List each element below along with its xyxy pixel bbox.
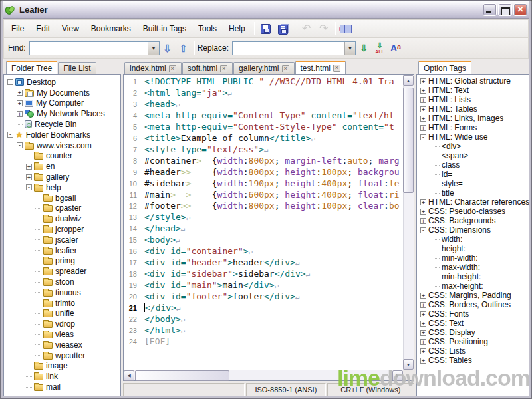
- tree-item-desktop[interactable]: -Desktop: [6, 77, 120, 88]
- menu-file[interactable]: File: [5, 21, 30, 36]
- replace-next-button[interactable]: ⇩: [356, 40, 372, 56]
- expand-icon[interactable]: +: [420, 209, 426, 215]
- expand-icon[interactable]: +: [17, 90, 23, 96]
- tab-close-icon[interactable]: ×: [282, 65, 289, 72]
- tab-folder-tree[interactable]: Folder Tree: [6, 61, 57, 75]
- tree-item-my-network-places[interactable]: +My Network Places: [6, 108, 120, 119]
- tree-item-recycle-bin[interactable]: Recycle Bin: [6, 119, 120, 130]
- tab-file-list[interactable]: File List: [58, 62, 96, 75]
- folder-tree[interactable]: -Desktop+My Documents+My Computer+My Net…: [3, 74, 121, 397]
- tree-item-min-height[interactable]: min-height:: [419, 272, 529, 281]
- find-next-button[interactable]: ⇩: [160, 40, 176, 56]
- tree-item-title[interactable]: title=: [419, 188, 529, 198]
- match-case-button[interactable]: Aa: [388, 40, 404, 56]
- menu-help[interactable]: Help: [223, 21, 251, 36]
- tree-item-jcropper[interactable]: jcropper: [6, 224, 120, 235]
- tree-item-id[interactable]: id=: [419, 170, 529, 179]
- tree-item-vieasex[interactable]: vieasex: [6, 340, 120, 350]
- menu-bookmarks[interactable]: Bookmarks: [85, 21, 137, 36]
- tree-item-css-tables[interactable]: +CSS: Tables: [419, 356, 529, 365]
- tree-item-my-computer[interactable]: +My Computer: [6, 98, 120, 109]
- expand-icon[interactable]: +: [420, 348, 426, 354]
- code-area[interactable]: 1<!DOCTYPE HTML PUBLIC "-//W3C//DTD HTML…: [124, 75, 403, 370]
- expand-icon[interactable]: +: [420, 116, 426, 122]
- expand-icon[interactable]: +: [420, 339, 426, 345]
- tree-item-mail[interactable]: mail: [6, 382, 120, 392]
- tree-item-stcon[interactable]: stcon: [6, 277, 120, 287]
- tree-item-bgcall[interactable]: bgcall: [6, 193, 120, 203]
- tree-item-gallery[interactable]: +gallery: [6, 172, 120, 182]
- tree-item-html-forms[interactable]: +HTML: Forms: [419, 123, 529, 132]
- menu-tools[interactable]: Tools: [192, 21, 223, 36]
- tab-index-html[interactable]: index.html×: [124, 62, 182, 75]
- tree-item-help[interactable]: -help: [6, 182, 120, 193]
- expand-icon[interactable]: +: [420, 125, 426, 131]
- tree-item-vdrop[interactable]: vdrop: [6, 319, 120, 329]
- tree-item-wpcutter[interactable]: wpcutter: [6, 350, 120, 361]
- tree-item-div[interactable]: <div>: [419, 142, 529, 151]
- replace-input[interactable]: [233, 42, 344, 55]
- tree-item-max-height[interactable]: max-height:: [419, 281, 529, 291]
- tree-item-css-margins-padding[interactable]: +CSS: Margins, Padding: [419, 291, 529, 300]
- tree-item-jscaler[interactable]: jscaler: [6, 235, 120, 245]
- scroll-right-button[interactable]: ▶: [392, 370, 403, 381]
- toggle-right-panel-button[interactable]: [346, 26, 352, 32]
- tree-item-folder-bookmarks[interactable]: -★Folder Bookmarks: [6, 130, 120, 140]
- minimize-button[interactable]: [483, 3, 497, 16]
- scroll-left-button[interactable]: ◀: [124, 370, 134, 381]
- horizontal-scrollbar[interactable]: ◀ ▶: [124, 370, 403, 380]
- save-all-button[interactable]: [275, 21, 292, 37]
- tree-item-dualwiz[interactable]: dualwiz: [6, 213, 120, 224]
- undo-button[interactable]: ↶: [298, 21, 315, 37]
- tree-item-leafier[interactable]: leafier: [6, 245, 120, 256]
- expand-icon[interactable]: +: [420, 330, 426, 336]
- expand-icon[interactable]: +: [420, 218, 426, 224]
- expand-icon[interactable]: +: [420, 311, 426, 317]
- expand-icon[interactable]: +: [420, 293, 426, 299]
- tree-item-html-global-structure[interactable]: +HTML: Global structure: [419, 76, 529, 86]
- close-button[interactable]: [513, 3, 527, 16]
- collapse-icon[interactable]: -: [17, 142, 23, 148]
- tab-test-html[interactable]: test.html×: [295, 61, 346, 75]
- tree-item-height[interactable]: height:: [419, 244, 529, 253]
- tree-item-html-wide-use[interactable]: -HTML: Wide use: [419, 132, 529, 142]
- expand-icon[interactable]: +: [420, 97, 426, 103]
- find-previous-button[interactable]: ⇧: [176, 40, 192, 56]
- tree-item-spreader[interactable]: spreader: [6, 266, 120, 277]
- find-input[interactable]: [30, 42, 148, 55]
- code-editor[interactable]: 1<!DOCTYPE HTML PUBLIC "-//W3C//DTD HTML…: [123, 74, 414, 381]
- hscroll-thumb[interactable]: [135, 370, 229, 381]
- expand-icon[interactable]: +: [420, 302, 426, 308]
- tree-item-css-text[interactable]: +CSS: Text: [419, 319, 529, 328]
- tree-item-style[interactable]: style=: [419, 179, 529, 188]
- tab-close-icon[interactable]: ×: [220, 65, 227, 72]
- tree-item-link[interactable]: link: [6, 371, 120, 382]
- tab-gallery-html[interactable]: gallery.html×: [233, 62, 294, 75]
- save-button[interactable]: [257, 21, 275, 37]
- collapse-icon[interactable]: -: [26, 184, 32, 190]
- expand-icon[interactable]: +: [26, 174, 32, 180]
- tab-option-tags[interactable]: Option Tags: [418, 61, 471, 75]
- expand-icon[interactable]: +: [17, 100, 23, 106]
- tree-item-en[interactable]: +en: [6, 161, 120, 172]
- tree-item-width[interactable]: width:: [419, 235, 529, 244]
- expand-icon[interactable]: +: [17, 111, 23, 117]
- title-bar[interactable]: Leafier: [1, 1, 531, 19]
- scroll-up-button[interactable]: ▲: [403, 75, 414, 86]
- tree-item-css-fonts[interactable]: +CSS: Fonts: [419, 309, 529, 319]
- tree-item-css-lists[interactable]: +CSS: Lists: [419, 346, 529, 356]
- expand-icon[interactable]: +: [420, 106, 426, 112]
- tree-item-trimto[interactable]: trimto: [6, 298, 120, 309]
- tree-item-vieas[interactable]: vieas: [6, 329, 120, 340]
- tab-close-icon[interactable]: ×: [333, 65, 340, 72]
- menu-edit[interactable]: Edit: [30, 21, 56, 36]
- tree-item-html-tables[interactable]: +HTML: Tables: [419, 104, 529, 114]
- toggle-left-panel-button[interactable]: [339, 26, 345, 32]
- tree-item-primg[interactable]: primg: [6, 256, 120, 267]
- tree-item-html-text[interactable]: +HTML: Text: [419, 86, 529, 95]
- tab-close-icon[interactable]: ×: [169, 65, 176, 72]
- tree-item-counter[interactable]: counter: [6, 151, 120, 162]
- tree-item-www-vieas-com[interactable]: -www.vieas.com: [6, 140, 120, 151]
- option-tags-tree[interactable]: +HTML: Global structure+HTML: Text+HTML:…: [416, 74, 530, 397]
- tree-item-css-backgrounds[interactable]: +CSS: Backgrounds: [419, 216, 529, 225]
